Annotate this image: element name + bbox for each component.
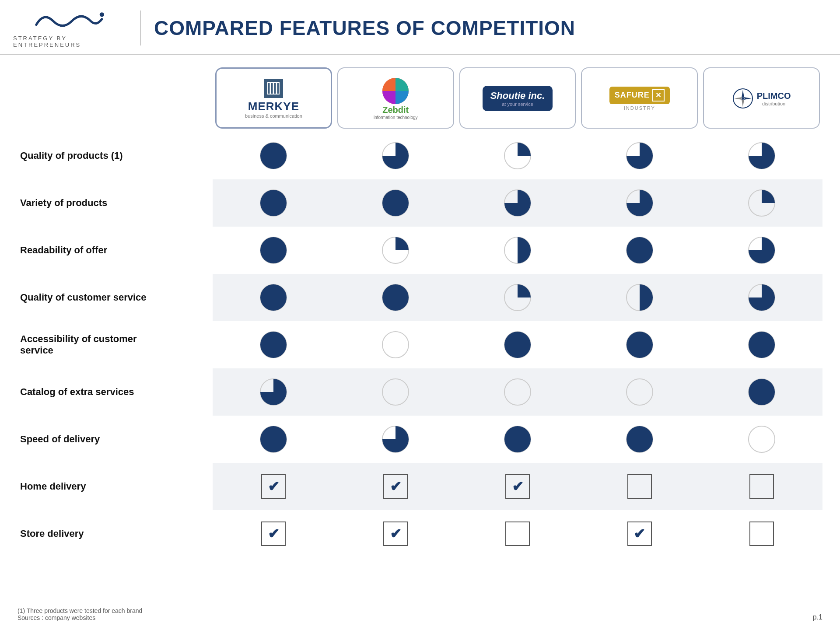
cell-content xyxy=(581,179,698,227)
cell-3-1 xyxy=(335,274,457,321)
cell-0-3 xyxy=(578,132,700,179)
cell-6-0 xyxy=(213,416,335,463)
cell-content xyxy=(703,274,820,321)
svg-point-19 xyxy=(260,190,287,216)
cell-6-1 xyxy=(335,416,457,463)
cell-content xyxy=(703,368,820,416)
feature-label: Variety of products xyxy=(20,197,169,209)
company-card-merkye: MERKYE business & communication xyxy=(215,67,332,129)
svg-point-0 xyxy=(100,12,104,17)
feature-label: Speed of delivery xyxy=(20,434,169,445)
cell-4-0 xyxy=(213,321,335,368)
cell-6-2 xyxy=(457,416,579,463)
checkbox-checked xyxy=(505,474,530,499)
footer-note2: Sources : company websites xyxy=(18,614,142,621)
cell-content xyxy=(215,179,332,227)
company-header-zebdit: Zebdit information technology xyxy=(335,64,457,132)
cell-content xyxy=(581,274,698,321)
checkbox-checked xyxy=(627,522,652,546)
cell-6-4 xyxy=(700,416,822,463)
plimco-name: PLIMCO xyxy=(757,91,791,101)
cell-content xyxy=(215,132,332,179)
safure-logo: SAFURE ✕ INDUSTRY xyxy=(609,87,670,111)
table-body: Quality of products (1)Variety of produc… xyxy=(18,132,822,557)
company-card-plimco: PLIMCO distribution xyxy=(703,67,820,129)
company-card-shoutie: Shoutie inc. at your service xyxy=(459,67,576,129)
svg-point-47 xyxy=(749,332,775,358)
svg-point-60 xyxy=(626,426,653,452)
cell-7-1 xyxy=(335,463,457,510)
cell-content xyxy=(215,227,332,274)
company-card-safure: SAFURE ✕ INDUSTRY xyxy=(581,67,698,129)
cell-content xyxy=(703,179,820,227)
cell-content xyxy=(581,416,698,463)
cell-4-1 xyxy=(335,321,457,368)
checkbox-empty xyxy=(627,474,652,499)
footer-notes: (1) Three products were tested for each … xyxy=(18,607,142,621)
company-header-plimco: PLIMCO distribution xyxy=(700,64,822,132)
table-row: Variety of products xyxy=(18,179,822,227)
cell-content xyxy=(337,227,454,274)
cell-1-4 xyxy=(700,179,822,227)
cell-2-4 xyxy=(700,227,822,274)
feature-label: Quality of customer service xyxy=(20,292,169,303)
checkbox-checked xyxy=(261,522,286,546)
merkye-sub: business & communication xyxy=(245,113,302,119)
svg-marker-7 xyxy=(742,90,744,98)
cell-8-4 xyxy=(700,510,822,557)
svg-point-40 xyxy=(260,332,287,358)
cell-content xyxy=(459,179,576,227)
cell-content xyxy=(215,463,332,510)
cell-content xyxy=(581,463,698,510)
page-title: COMPARED FEATURES OF COMPETITION xyxy=(154,16,575,40)
cell-5-3 xyxy=(578,368,700,416)
cell-5-1 xyxy=(335,368,457,416)
svg-point-43 xyxy=(504,332,531,358)
page-number: p.1 xyxy=(813,613,822,621)
cell-content xyxy=(337,132,454,179)
cell-4-4 xyxy=(700,321,822,368)
cell-content xyxy=(459,227,576,274)
svg-point-26 xyxy=(260,237,287,263)
svg-point-55 xyxy=(260,426,287,452)
cell-7-3 xyxy=(578,463,700,510)
svg-point-11 xyxy=(742,97,744,100)
table-row: Quality of customer service xyxy=(18,274,822,321)
cell-content xyxy=(581,227,698,274)
merkye-icon xyxy=(264,79,283,98)
cell-content xyxy=(581,368,698,416)
svg-marker-10 xyxy=(744,97,752,100)
cell-content xyxy=(459,463,576,510)
cell-content xyxy=(337,368,454,416)
cell-1-1 xyxy=(335,179,457,227)
footer: (1) Three products were tested for each … xyxy=(18,607,822,621)
cell-0-1 xyxy=(335,132,457,179)
shoutie-sub: at your service xyxy=(490,102,545,107)
svg-point-51 xyxy=(626,379,653,405)
feature-label-cell: Catalog of extra services xyxy=(18,368,213,416)
safure-badge: SAFURE ✕ xyxy=(609,87,670,104)
svg-marker-8 xyxy=(742,99,744,107)
cell-7-0 xyxy=(213,463,335,510)
table-row: Readability of offer xyxy=(18,227,822,274)
feature-label: Quality of products (1) xyxy=(20,150,169,161)
svg-point-41 xyxy=(382,332,409,358)
umi-logo-svg xyxy=(26,8,114,34)
feature-label: Catalog of extra services xyxy=(20,386,169,398)
cell-6-3 xyxy=(578,416,700,463)
checkbox-checked xyxy=(261,474,286,499)
logo-subtitle: STRATEGY BY ENTREPRENEURS xyxy=(13,35,127,48)
svg-point-35 xyxy=(382,284,409,311)
plimco-text: PLIMCO distribution xyxy=(757,91,791,106)
cell-4-3 xyxy=(578,321,700,368)
feature-label: Home delivery xyxy=(20,481,169,492)
company-header-merkye: MERKYE business & communication xyxy=(213,64,335,132)
svg-marker-9 xyxy=(734,97,742,100)
feature-label-cell: Readability of offer xyxy=(18,227,213,274)
table-row: Store delivery xyxy=(18,510,822,557)
shoutie-logo: Shoutie inc. at your service xyxy=(483,86,553,111)
cell-content xyxy=(703,416,820,463)
cell-3-3 xyxy=(578,274,700,321)
cell-7-4 xyxy=(700,463,822,510)
header: STRATEGY BY ENTREPRENEURS COMPARED FEATU… xyxy=(0,0,840,55)
